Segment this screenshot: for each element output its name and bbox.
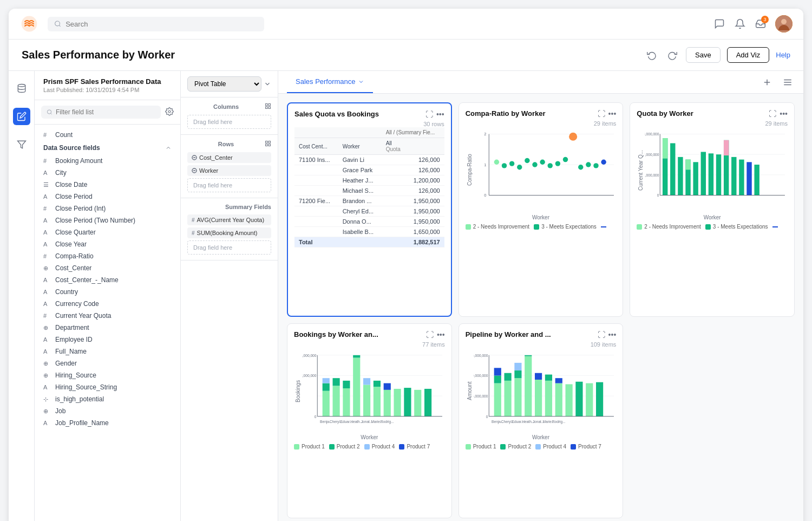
field-item-job[interactable]: ⊕Job (35, 405, 180, 417)
field-search[interactable] (41, 106, 161, 119)
svg-rect-63 (701, 152, 706, 195)
summary-drop-zone[interactable]: Drag field here (187, 240, 271, 255)
svg-text:0: 0 (484, 193, 486, 198)
field-item-full-name[interactable]: AFull_Name (35, 346, 180, 357)
viz-pipeline-worker-title: Pipeline by Worker and ... (466, 330, 598, 338)
filter-icon[interactable] (13, 136, 30, 153)
field-item-country[interactable]: ACountry (35, 286, 180, 298)
viz-menu-button3[interactable]: ••• (780, 109, 788, 118)
user-avatar[interactable] (775, 15, 793, 32)
pivot-type-select[interactable]: Pivot Table (187, 76, 261, 92)
viz-menu-button5[interactable]: ••• (608, 330, 617, 339)
add-viz-button[interactable]: Add Viz (727, 47, 770, 63)
summary-field-avg[interactable]: # AVG(Current Year Quota) (187, 214, 271, 225)
viz-bookings-worker-actions: ⛶ ••• (426, 330, 445, 339)
field-item-cost-center---name[interactable]: ACost_Center_-_Name (35, 274, 180, 286)
messages-icon[interactable] (713, 18, 725, 30)
inbox-icon[interactable]: 3 (755, 18, 767, 30)
pl-legend-2: Product 2 (500, 444, 531, 450)
field-item-employee-id[interactable]: AEmployee ID (35, 334, 180, 346)
undo-button[interactable] (645, 48, 659, 62)
viz-menu-button4[interactable]: ••• (437, 330, 445, 339)
viz-menu-button[interactable]: ••• (436, 110, 444, 119)
viz-menu-button2[interactable]: ••• (608, 109, 617, 118)
collapse-icon[interactable] (165, 145, 172, 151)
svg-rect-85 (332, 378, 339, 386)
pl-legend-4: Product 7 (571, 444, 601, 450)
svg-rect-121 (504, 373, 511, 381)
expand-button5[interactable]: ⛶ (598, 330, 605, 339)
bk-legend-1: Product 1 (294, 444, 325, 450)
svg-rect-93 (374, 381, 381, 387)
field-settings-button[interactable] (165, 107, 174, 118)
svg-rect-95 (384, 383, 391, 390)
rows-field-worker[interactable]: Worker (187, 165, 271, 176)
field-item-close-quarter[interactable]: AClose Quarter (35, 226, 180, 238)
viz-pipeline-worker-actions: ⛶ ••• (598, 330, 617, 339)
field-item-cost-center[interactable]: ⊕Cost_Center (35, 262, 180, 274)
save-button[interactable]: Save (686, 47, 721, 63)
field-item-booking-amount[interactable]: #Booking Amount (35, 155, 180, 167)
svg-rect-135 (586, 383, 593, 416)
search-input[interactable] (66, 20, 258, 28)
data-source-header: Prism SPF Sales Performance Data Last Pu… (35, 71, 180, 100)
field-item-compa-ratio[interactable]: #Compa-Ratio (35, 250, 180, 262)
pivot-table: All / (Summary Fie... Cost Cent... Worke… (294, 127, 444, 248)
viz-bookings-body: Bookings 4,000,000 2,000,000 0 (294, 348, 445, 511)
add-tab-button[interactable] (760, 75, 774, 89)
field-item-close-period[interactable]: AClose Period (35, 191, 180, 203)
expand-button2[interactable]: ⛶ (598, 109, 605, 118)
expand-button4[interactable]: ⛶ (426, 330, 434, 339)
svg-rect-9 (269, 104, 271, 106)
data-source-meta: Last Published: 10/31/2019 4:54 PM (43, 87, 172, 93)
field-item-current-year-quota[interactable]: #Current Year Quota (35, 310, 180, 322)
expand-button3[interactable]: ⛶ (769, 109, 776, 118)
field-item-close-year[interactable]: AClose Year (35, 238, 180, 250)
svg-rect-97 (404, 388, 411, 416)
field-search-row (35, 100, 180, 125)
top-nav: 3 (9, 9, 803, 40)
columns-drop-zone[interactable]: Drag field here (187, 115, 271, 129)
pipeline-x-label: Worker (466, 434, 617, 440)
field-item-close-period--int-[interactable]: #Close Period (Int) (35, 203, 180, 214)
global-search[interactable] (48, 17, 264, 31)
svg-point-45 (601, 160, 606, 165)
expand-button[interactable]: ⛶ (425, 110, 433, 119)
field-item-city[interactable]: ACity (35, 167, 180, 179)
field-item-gender[interactable]: ⊕Gender (35, 357, 180, 369)
field-item-hiring-source-string[interactable]: AHiring_Source_String (35, 381, 180, 393)
svg-rect-8 (266, 104, 268, 106)
table-row: Michael S...126,000 (294, 186, 444, 196)
notifications-icon[interactable] (734, 18, 746, 30)
nav-icons: 3 (713, 15, 793, 32)
svg-rect-133 (565, 384, 572, 416)
svg-rect-94 (384, 390, 391, 416)
field-item-hiring-source[interactable]: ⊕Hiring_Source (35, 369, 180, 381)
field-item-count[interactable]: # Count (35, 129, 180, 141)
field-item-is-high-potential[interactable]: ⊹is_high_potential (35, 393, 180, 405)
svg-rect-13 (269, 141, 271, 144)
svg-point-1 (55, 21, 60, 26)
field-item-job-profile-name[interactable]: AJob_Profile_Name (35, 417, 180, 429)
field-item-department[interactable]: ⊕Department (35, 322, 180, 334)
help-button[interactable]: Help (776, 51, 790, 59)
field-item-close-date[interactable]: ☰Close Date (35, 179, 180, 191)
svg-rect-70 (747, 162, 752, 195)
field-search-icon (47, 109, 53, 115)
svg-rect-119 (494, 368, 501, 375)
summary-field-sum[interactable]: # SUM(Booking Amount) (187, 227, 271, 238)
data-icon[interactable] (13, 80, 30, 97)
svg-rect-86 (343, 388, 350, 416)
edit-icon[interactable] (13, 108, 30, 125)
redo-button[interactable] (665, 48, 679, 62)
quota-legend-3 (772, 224, 778, 230)
pivot-panel: Pivot Table Columns Drag field here Rows (181, 71, 278, 521)
rows-drop-zone[interactable]: Drag field here (187, 178, 271, 192)
field-search-input[interactable] (56, 108, 155, 116)
viz-compa-ratio-body: Compa-Ratio 2 1 0 (466, 127, 617, 310)
field-item-close-period--two-number-[interactable]: AClose Period (Two Number) (35, 214, 180, 226)
rows-field-cost-center[interactable]: Cost_Center (187, 152, 271, 163)
tab-sales-performance[interactable]: Sales Performance (287, 71, 373, 93)
tab-menu-button[interactable] (781, 75, 795, 89)
field-item-currency-code[interactable]: ACurrency Code (35, 298, 180, 310)
